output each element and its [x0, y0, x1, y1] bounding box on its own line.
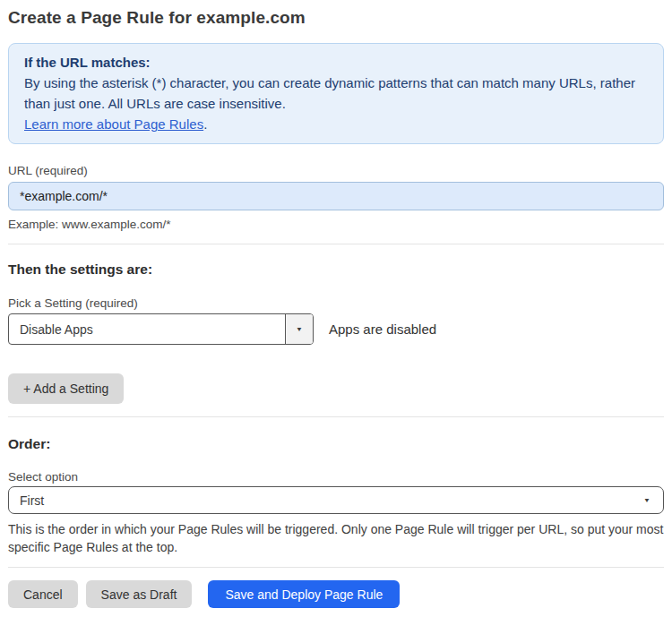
- order-helper-text: This is the order in which your Page Rul…: [8, 520, 664, 556]
- url-match-info-box: If the URL matches: By using the asteris…: [8, 43, 664, 144]
- pick-setting-label: Pick a Setting (required): [8, 296, 664, 311]
- order-select-value: First: [20, 493, 44, 508]
- setting-select-value: Disable Apps: [9, 314, 285, 344]
- url-helper: Example: www.example.com/*: [8, 217, 664, 232]
- settings-section-heading: Then the settings are:: [8, 261, 664, 278]
- order-select[interactable]: First ▼: [8, 486, 664, 514]
- save-draft-button[interactable]: Save as Draft: [86, 580, 193, 608]
- learn-more-link[interactable]: Learn more about Page Rules: [24, 116, 203, 132]
- order-section-heading: Order:: [8, 435, 664, 452]
- save-deploy-button[interactable]: Save and Deploy Page Rule: [208, 580, 400, 608]
- link-suffix: .: [203, 116, 207, 132]
- info-box-body: By using the asterisk (*) character, you…: [24, 73, 648, 114]
- footer-actions: Cancel Save as Draft Save and Deploy Pag…: [8, 580, 664, 608]
- cancel-button[interactable]: Cancel: [8, 580, 78, 608]
- setting-status-text: Apps are disabled: [329, 321, 436, 337]
- caret-down-icon: ▼: [643, 497, 650, 503]
- url-input[interactable]: [8, 182, 664, 210]
- order-select-label: Select option: [8, 469, 664, 484]
- caret-down-icon: ▼: [296, 326, 303, 332]
- info-box-link-line: Learn more about Page Rules.: [24, 114, 648, 134]
- divider: [8, 416, 664, 417]
- create-page-rule-page: { "page": { "title": "Create a Page Rule…: [0, 0, 672, 617]
- add-setting-button[interactable]: + Add a Setting: [8, 373, 124, 404]
- setting-select[interactable]: Disable Apps ▼: [8, 313, 314, 345]
- page-title: Create a Page Rule for example.com: [8, 7, 664, 29]
- divider: [8, 567, 664, 568]
- info-box-heading: If the URL matches:: [24, 52, 648, 73]
- divider: [8, 244, 664, 244]
- url-label: URL (required): [8, 163, 664, 178]
- setting-select-arrow-button[interactable]: ▼: [285, 314, 313, 344]
- setting-row: Disable Apps ▼ Apps are disabled: [8, 313, 664, 345]
